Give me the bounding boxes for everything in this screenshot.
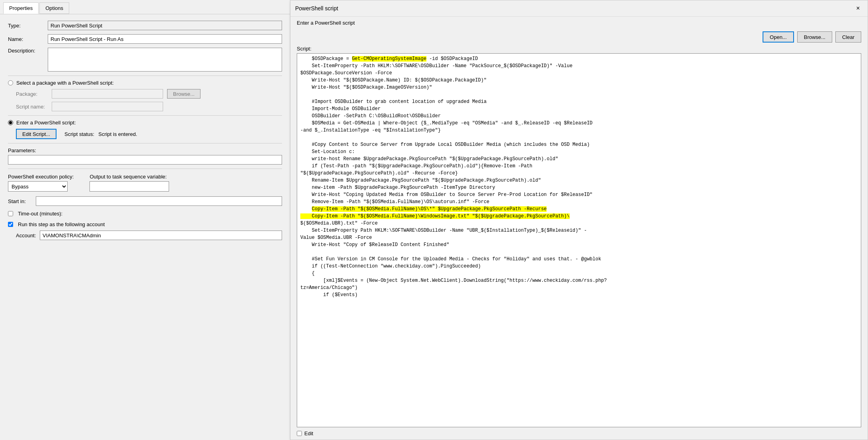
type-input	[48, 21, 282, 30]
tab-properties[interactable]: Properties	[3, 2, 39, 14]
tabs-bar: Properties Options	[0, 0, 290, 14]
clear-button[interactable]: Clear	[835, 31, 861, 43]
output-variable-input[interactable]	[90, 181, 169, 192]
timeout-row: Time-out (minutes):	[8, 211, 282, 217]
open-button[interactable]: Open...	[763, 31, 794, 43]
description-row: Description:	[8, 48, 282, 72]
account-row: Account:	[8, 231, 282, 240]
powershell-dialog: PowerShell script × Enter a PowerShell s…	[290, 0, 868, 440]
name-row: Name:	[8, 34, 282, 44]
close-button[interactable]: ×	[853, 4, 863, 13]
enter-script-radio[interactable]	[8, 120, 13, 125]
package-row: Package: Browse...	[8, 89, 282, 99]
dialog-subtitle: Enter a PowerShell script	[290, 17, 868, 29]
name-input[interactable]	[48, 34, 282, 44]
output-variable-group: Output to task sequence variable:	[90, 174, 169, 192]
timeout-checkbox[interactable]	[8, 211, 13, 216]
run-as-row: Run this step as the following account	[8, 221, 282, 227]
dialog-toolbar: Open... Browse... Clear	[290, 29, 868, 45]
browse-button[interactable]: Browse...	[797, 31, 832, 43]
script-name-input	[52, 102, 163, 111]
script-content[interactable]: $OSDPackage = Get-CMOperatingSystemImage…	[297, 54, 861, 427]
edit-checkbox[interactable]	[297, 431, 302, 436]
enter-script-radio-row: Enter a PowerShell script:	[8, 120, 282, 126]
description-label: Description:	[8, 48, 48, 54]
parameters-input[interactable]	[8, 155, 282, 165]
script-area-container: $OSDPackage = Get-CMOperatingSystemImage…	[297, 53, 861, 427]
execution-policy-label: PowerShell execution policy:	[8, 174, 74, 180]
execution-policy-group: PowerShell execution policy: Bypass AllS…	[8, 174, 74, 192]
select-package-radio[interactable]	[8, 80, 13, 85]
description-textarea[interactable]	[48, 48, 282, 72]
package-input	[52, 89, 163, 99]
script-name-label: Script name:	[16, 104, 52, 110]
start-in-label: Start in:	[8, 198, 36, 204]
edit-checkbox-row: Edit	[297, 430, 313, 436]
select-package-radio-row: Select a package with a PowerShell scrip…	[8, 80, 282, 86]
script-label: Script:	[290, 45, 868, 53]
script-status-value: Script is entered.	[98, 131, 137, 137]
start-in-row: Start in:	[8, 196, 282, 206]
select-package-label: Select a package with a PowerShell scrip…	[16, 80, 114, 86]
dialog-title: PowerShell script	[295, 5, 338, 12]
account-label: Account:	[8, 233, 40, 238]
output-variable-label: Output to task sequence variable:	[90, 174, 169, 180]
timeout-label: Time-out (minutes):	[18, 211, 62, 217]
type-row: Type:	[8, 21, 282, 30]
execution-policy-select[interactable]: Bypass AllSigned Undefined Restricted	[8, 181, 68, 192]
parameters-label: Parameters:	[8, 147, 282, 153]
tab-options[interactable]: Options	[39, 2, 69, 14]
package-browse-button: Browse...	[167, 89, 200, 99]
dialog-titlebar: PowerShell script ×	[290, 0, 868, 17]
script-name-row: Script name:	[8, 102, 282, 111]
parameters-section: Parameters:	[8, 147, 282, 165]
left-panel: Properties Options Type: Name: Descripti…	[0, 0, 290, 440]
dialog-footer: Edit	[290, 427, 868, 440]
type-label: Type:	[8, 23, 48, 29]
account-input[interactable]	[40, 231, 282, 240]
name-label: Name:	[8, 36, 48, 42]
run-as-checkbox[interactable]	[8, 222, 13, 227]
edit-label: Edit	[304, 430, 313, 436]
left-content: Type: Name: Description: Select a packag…	[0, 14, 290, 440]
script-status-label: Script status:	[64, 131, 94, 137]
edit-script-row: Edit Script... Script status: Script is …	[8, 129, 282, 139]
package-label: Package:	[16, 91, 52, 97]
execution-row: PowerShell execution policy: Bypass AllS…	[8, 174, 282, 192]
run-as-label: Run this step as the following account	[18, 221, 105, 227]
edit-script-button[interactable]: Edit Script...	[16, 129, 56, 139]
enter-script-label: Enter a PowerShell script:	[16, 120, 76, 126]
start-in-input[interactable]	[36, 196, 282, 206]
